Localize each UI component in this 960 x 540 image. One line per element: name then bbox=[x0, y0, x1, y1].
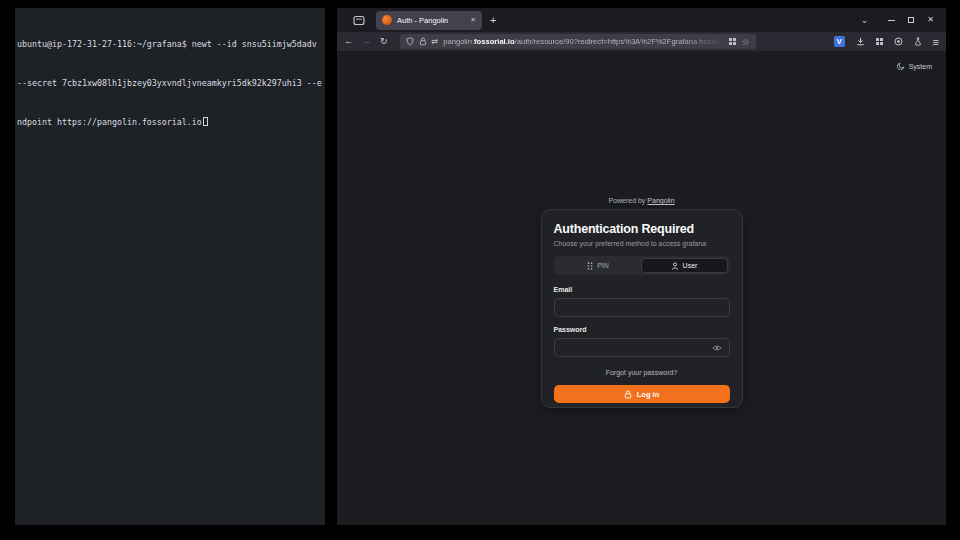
reload-button[interactable]: ↻ bbox=[380, 37, 388, 46]
terminal-line: --secret 7cbz1xw08lh1jbzey03yxvndljvneam… bbox=[17, 77, 323, 90]
new-tab-button[interactable]: + bbox=[490, 14, 496, 26]
pangolin-link[interactable]: Pangolin bbox=[647, 197, 674, 204]
window-close-button[interactable]: ✕ bbox=[927, 16, 934, 24]
account-icon[interactable] bbox=[894, 37, 903, 46]
terminal-cursor bbox=[203, 117, 208, 126]
back-button[interactable]: ← bbox=[344, 37, 353, 46]
tab-title: Auth - Pangolin bbox=[397, 16, 465, 25]
powered-by: Powered by Pangolin bbox=[337, 197, 946, 204]
theme-toggle[interactable]: System bbox=[897, 62, 932, 70]
tab-user-label: User bbox=[683, 262, 698, 269]
tab-pin-label: PIN bbox=[597, 262, 609, 269]
browser-tab-active[interactable]: Auth - Pangolin ✕ bbox=[376, 11, 482, 30]
shortcuts-grid-icon[interactable] bbox=[729, 38, 736, 45]
tab-close-icon[interactable]: ✕ bbox=[470, 16, 476, 24]
email-input[interactable] bbox=[554, 298, 730, 317]
login-button-label: Log in bbox=[637, 390, 660, 399]
minimize-button[interactable] bbox=[888, 20, 895, 21]
terminal-line: ubuntu@ip-172-31-27-116:~/grafana$ newt … bbox=[17, 38, 323, 51]
extensions-puzzle-icon[interactable] bbox=[876, 38, 883, 45]
login-lock-icon bbox=[624, 390, 632, 399]
browser-tab-bar: Auth - Pangolin ✕ + ⌄ ✕ bbox=[337, 8, 946, 32]
browser-nav-bar: ← → ↻ ⇄ pangolin.fossorial.io/auth/resou… bbox=[337, 32, 946, 51]
url-path: /auth/resource/90?redirect=https%3A%2F%2… bbox=[515, 37, 725, 46]
tab-pin[interactable]: PIN bbox=[556, 258, 641, 273]
toolbar-icons: V ≡ bbox=[834, 36, 939, 48]
password-input[interactable] bbox=[554, 338, 730, 357]
firefox-view-icon[interactable] bbox=[351, 12, 367, 28]
maximize-button[interactable] bbox=[908, 17, 914, 23]
connection-arrows-icon[interactable]: ⇄ bbox=[432, 37, 439, 46]
terminal-line-text: ndpoint https://pangolin.fossorial.io bbox=[17, 117, 202, 127]
card-subtitle: Choose your preferred method to access g… bbox=[554, 240, 730, 247]
tab-user[interactable]: User bbox=[641, 258, 728, 273]
url-domain: fossorial.io bbox=[474, 37, 515, 46]
auth-card: Authentication Required Choose your pref… bbox=[541, 209, 743, 408]
desktop: ubuntu@ip-172-31-27-116:~/grafana$ newt … bbox=[0, 0, 960, 540]
url-bar[interactable]: ⇄ pangolin.fossorial.io/auth/resource/90… bbox=[400, 34, 756, 49]
password-label: Password bbox=[554, 326, 730, 333]
auth-page: System Powered by Pangolin Authenticatio… bbox=[337, 51, 946, 525]
email-label: Email bbox=[554, 286, 730, 293]
url-text[interactable]: pangolin.fossorial.io/auth/resource/90?r… bbox=[443, 37, 724, 46]
forward-button[interactable]: → bbox=[362, 37, 371, 46]
forgot-password-link[interactable]: Forgot your password? bbox=[554, 369, 730, 376]
dialpad-icon bbox=[587, 262, 593, 270]
terminal-window[interactable]: ubuntu@ip-172-31-27-116:~/grafana$ newt … bbox=[15, 8, 325, 525]
lock-icon[interactable] bbox=[419, 37, 427, 46]
tracking-shield-icon[interactable] bbox=[406, 37, 414, 46]
auth-method-tabs: PIN User bbox=[554, 256, 730, 275]
flask-icon[interactable] bbox=[914, 37, 922, 46]
user-icon bbox=[671, 262, 679, 270]
login-button[interactable]: Log in bbox=[554, 385, 730, 403]
downloads-icon[interactable] bbox=[856, 37, 865, 46]
bookmark-star-icon[interactable]: ☆ bbox=[741, 37, 749, 47]
theme-toggle-label: System bbox=[909, 63, 932, 70]
hamburger-menu-icon[interactable]: ≡ bbox=[933, 36, 939, 48]
moon-icon bbox=[897, 62, 905, 70]
terminal-line: ndpoint https://pangolin.fossorial.io bbox=[17, 116, 323, 129]
extension-v-icon[interactable]: V bbox=[834, 36, 845, 47]
browser-window: Auth - Pangolin ✕ + ⌄ ✕ ← → ↻ ⇄ pangolin… bbox=[337, 8, 946, 525]
window-controls: ✕ bbox=[888, 16, 934, 24]
card-title: Authentication Required bbox=[554, 222, 730, 236]
show-password-eye-icon[interactable] bbox=[712, 344, 722, 351]
url-host-prefix: pangolin. bbox=[443, 37, 474, 46]
list-tabs-chevron-icon[interactable]: ⌄ bbox=[861, 15, 869, 25]
pangolin-favicon bbox=[382, 15, 392, 25]
powered-by-text: Powered by bbox=[608, 197, 645, 204]
